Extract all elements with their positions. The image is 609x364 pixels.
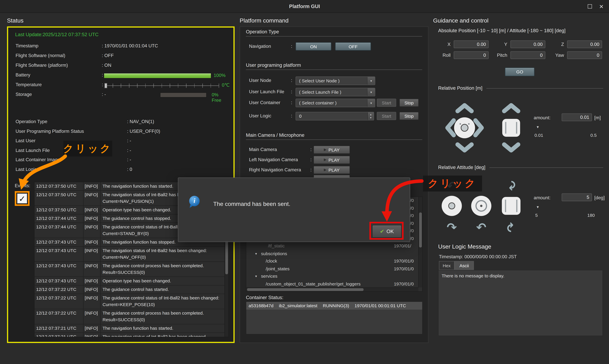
user-logic-message-box: There is no message to display.: [438, 270, 603, 336]
tree-row-subscriptions[interactable]: ▾ subscriptions: [246, 250, 419, 258]
navigation-on-button[interactable]: ON: [296, 42, 331, 51]
attitude-amount-input[interactable]: 5: [562, 193, 592, 201]
go-button[interactable]: GO: [505, 68, 535, 76]
container-stop-button[interactable]: Stop: [399, 99, 419, 107]
event-row: 12/12 07:37:21 UTC [INFO] The navigation…: [35, 324, 225, 333]
tree-row-services[interactable]: ▾ services: [246, 273, 419, 280]
event-row: 12/12 07:37:22 UTC [INFO] The guidance c…: [35, 294, 225, 309]
move-down-button[interactable]: [504, 144, 518, 150]
tree-horizontal-scrollbar[interactable]: [246, 287, 418, 291]
events-checkbox[interactable]: ✓: [17, 193, 27, 204]
y-input[interactable]: 0.00: [510, 40, 545, 48]
maximize-button[interactable]: [588, 4, 592, 9]
user-launch-row: User Launch File ( Select Launch File ) …: [246, 88, 422, 96]
tree-expander-icon[interactable]: ▾: [255, 250, 257, 258]
z-input[interactable]: 0.00: [567, 40, 602, 48]
event-message: Operation type has been changed.: [101, 277, 225, 285]
user-launch-select[interactable]: ( Select Launch File ) ▼: [296, 88, 375, 96]
container-start-button[interactable]: Start: [377, 99, 396, 107]
field-label: Last User: [16, 138, 36, 143]
x-axis-group: X 0.00: [438, 40, 489, 48]
tree-horizontal-thumb[interactable]: [247, 288, 363, 291]
yaw-input[interactable]: 0: [567, 51, 602, 59]
event-level: [INFO]: [84, 262, 101, 276]
tree-vertical-scrollbar[interactable]: [418, 197, 422, 287]
close-button[interactable]: ✕: [599, 4, 604, 9]
dropdown-button[interactable]: ▼: [367, 77, 375, 85]
pitch-down-button[interactable]: ↷: [505, 216, 518, 238]
move-back-button[interactable]: [457, 144, 471, 150]
user-container-select[interactable]: ( Select container ) ▼: [296, 99, 375, 107]
x-input[interactable]: 0.00: [454, 40, 489, 48]
tree-row-joint-states[interactable]: /joint_states 1970/01/0: [246, 265, 419, 273]
tree-expander-icon[interactable]: ▾: [255, 273, 257, 280]
move-forward-button[interactable]: [457, 105, 471, 111]
colon: [291, 43, 292, 49]
navigation-off-button[interactable]: OFF: [335, 42, 371, 51]
position-amount-input[interactable]: 0.01: [562, 113, 592, 121]
container-status-box: a53168b47d ib2_simulator:latest RUNNING(…: [246, 301, 423, 335]
user-node-label: User Node: [249, 78, 271, 83]
user-logic-input[interactable]: 0 ▲ ▼: [296, 112, 374, 120]
no-message-text: There is no message to display.: [442, 273, 505, 278]
move-up-button[interactable]: [504, 105, 518, 111]
attitude-amount-dropdown-icon[interactable]: ▼: [536, 205, 540, 209]
move-right-button[interactable]: [476, 120, 482, 135]
pitch-label: Pitch: [495, 52, 507, 58]
user-node-select[interactable]: ( Select User Node ) ▼: [296, 77, 375, 85]
storage-bar: [160, 92, 207, 98]
event-row: 12/12 07:37:21 UTC [INFO] The navigation…: [35, 333, 225, 337]
event-level: [INFO]: [84, 247, 101, 261]
main-camera-play-button[interactable]: ▶ PLAY: [313, 146, 350, 154]
field-label: Timestamp: [16, 43, 39, 49]
dropdown-button[interactable]: ▼: [367, 88, 375, 96]
annotation-ok-highlight: [369, 222, 403, 240]
container-status-row[interactable]: a53168b47d ib2_simulator:latest RUNNING(…: [246, 302, 422, 310]
dropdown-button[interactable]: ▼: [367, 99, 375, 107]
event-message: The navigation function has started.: [101, 324, 225, 332]
pitch-input[interactable]: 0: [510, 51, 545, 59]
right-nav-camera-play-button[interactable]: ▶ PLAY: [313, 166, 350, 174]
move-left-button[interactable]: [448, 120, 454, 135]
colon: [291, 89, 292, 94]
attitude-unit: [deg]: [594, 195, 605, 200]
section-line: [489, 167, 603, 168]
user-logic-value: 0: [296, 114, 367, 118]
colon: [310, 147, 312, 152]
tab-hex[interactable]: Hex: [439, 261, 454, 270]
temperature-slider[interactable]: [104, 83, 219, 89]
roll-input[interactable]: 0: [454, 51, 489, 59]
event-row: 12/12 07:37:43 UTC [INFO] The guidance c…: [35, 262, 225, 277]
field-label: Operation Type: [16, 119, 47, 124]
pitch-up-button[interactable]: ↷: [505, 175, 518, 197]
tree-row-clock[interactable]: /clock 1970/01/0: [246, 258, 419, 265]
intball-front-icon: [454, 117, 475, 138]
relative-attitude-header-text: Relative Attitude [deg]: [438, 165, 485, 170]
tree-row-get-loggers[interactable]: /custom_object_01_state_publisher/get_lo…: [246, 280, 419, 288]
position-amount-dropdown-icon[interactable]: ▼: [536, 125, 540, 129]
slider-handle[interactable]: [104, 83, 107, 88]
yaw-left-button[interactable]: ↶: [470, 221, 492, 234]
info-last-logic: Last Logic 0: [16, 167, 229, 175]
battery-row: Battery 100%: [16, 72, 229, 81]
colon: [102, 82, 103, 87]
section-user-platform: User programing platform: [246, 63, 422, 69]
colon: [102, 72, 103, 78]
logic-stop-button[interactable]: Stop: [399, 112, 419, 120]
roll-cw-button[interactable]: ↷: [441, 221, 463, 234]
play-icon: ▶: [324, 168, 326, 172]
spinner-buttons[interactable]: ▲ ▼: [367, 112, 374, 120]
event-message: The guidance control process has been co…: [101, 309, 225, 324]
event-time: 12/12 07:37:50 UTC: [35, 206, 84, 214]
chevron-down-icon: ▼: [370, 102, 373, 104]
annotation-checkbox-highlight: ✓: [15, 191, 29, 206]
window-title: Platform GUI: [289, 3, 320, 9]
event-level: [INFO]: [84, 238, 101, 246]
field-value: 0: [127, 167, 132, 172]
left-nav-camera-play-button[interactable]: ▶ PLAY: [313, 156, 350, 164]
tree-row-tf-static[interactable]: /tf_static 1970/01/: [246, 242, 419, 250]
tab-ascii[interactable]: Ascii: [454, 261, 474, 270]
event-level: [INFO]: [84, 182, 101, 190]
logic-start-button[interactable]: Start: [377, 112, 396, 120]
tree-vertical-thumb[interactable]: [419, 212, 422, 247]
